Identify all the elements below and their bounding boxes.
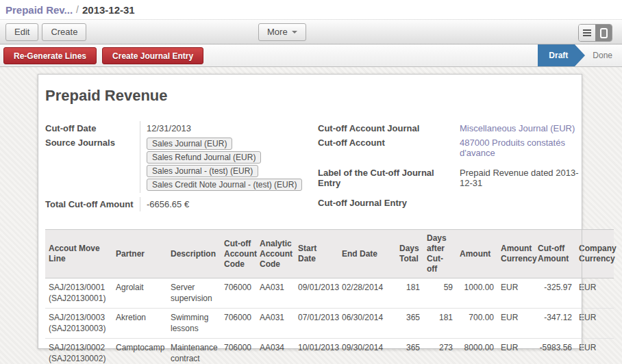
table-cell: 09/30/2014 — [338, 339, 396, 364]
cutoff-lines-table: Accout Move Line Partner Description Cut… — [45, 229, 614, 364]
more-dropdown-button[interactable]: More — [258, 23, 306, 41]
table-cell: SAJ/2013/0003 (SAJ20130003) — [45, 309, 112, 339]
col-days-total[interactable]: Days Total — [396, 230, 423, 278]
table-cell: 273 — [423, 339, 456, 364]
journal-entry-label: Cut-off Journal Entry — [318, 196, 453, 210]
page-title: Prepaid Revenue — [38, 75, 582, 105]
state-draft: Draft — [538, 44, 575, 66]
regenerate-lines-button[interactable]: Re-Generate Lines — [3, 47, 97, 64]
table-cell: 10/01/2013 — [295, 339, 338, 364]
table-cell: AA031 — [256, 309, 295, 339]
form-sheet: Prepaid Revenue Cut-off Date 12/31/2013 … — [38, 74, 582, 349]
cutoff-date-value: 12/31/2013 — [140, 121, 318, 135]
breadcrumb-parent-link[interactable]: Prepaid Rev... — [5, 4, 73, 16]
col-account-move-line[interactable]: Accout Move Line — [45, 230, 112, 278]
action-bar: Re-Generate Lines Create Journal Entry D… — [0, 44, 622, 67]
more-label: More — [267, 27, 288, 37]
journal-tag[interactable]: Sales Credit Note Journal - (test) (EUR) — [147, 179, 302, 191]
statusbar: Draft Done — [538, 44, 622, 66]
col-analytic-account-code[interactable]: Analytic Account Code — [256, 230, 295, 278]
cutoff-journal-link[interactable]: Miscellaneous Journal (EUR) — [453, 121, 580, 135]
col-cutoff-amount[interactable]: Cut-off Amount — [534, 230, 575, 278]
field-journal-entry: Cut-off Journal Entry — [318, 196, 580, 210]
table-cell: 8000.00 — [456, 339, 497, 364]
page-background: Prepaid Revenue Cut-off Date 12/31/2013 … — [0, 67, 622, 364]
list-view-button[interactable] — [579, 25, 595, 41]
table-cell: -5983.56 — [534, 339, 575, 364]
table-row[interactable]: SAJ/2013/0002 (SAJ20130002)CamptocampMai… — [45, 339, 614, 364]
entry-label-label: Label of the Cut-off Journal Entry — [318, 166, 453, 190]
table-cell: Maintenance contract — [167, 339, 221, 364]
field-source-journals: Source Journals Sales Journal (EUR)Sales… — [45, 135, 318, 193]
table-cell: 09/01/2013 — [295, 278, 338, 309]
journal-tag[interactable]: Sales Journal (EUR) — [147, 138, 232, 150]
col-start-date[interactable]: Start Date — [295, 230, 338, 278]
table-cell: Camptocamp — [112, 339, 167, 364]
col-amount[interactable]: Amount — [456, 230, 497, 278]
toolbar: Edit Create More — [0, 19, 622, 44]
field-cutoff-date: Cut-off Date 12/31/2013 — [45, 121, 318, 135]
total-cutoff-label: Total Cut-off Amount — [45, 197, 140, 211]
field-group-right: Cut-off Account Journal Miscellaneous Jo… — [318, 121, 580, 211]
cutoff-account-label: Cut-off Account — [318, 135, 453, 160]
create-button[interactable]: Create — [42, 23, 86, 41]
total-cutoff-value: -6656.65 € — [140, 197, 318, 211]
table-cell: 06/30/2014 — [338, 309, 396, 339]
list-icon — [583, 29, 591, 36]
cutoff-account-link[interactable]: 487000 Produits constatés d'avance — [453, 135, 580, 160]
source-journals-label: Source Journals — [45, 135, 140, 193]
journal-entry-value — [453, 196, 580, 210]
form-view-button[interactable] — [595, 25, 612, 41]
breadcrumb-separator: / — [76, 4, 79, 15]
table-cell: 181 — [423, 309, 456, 339]
cutoff-journal-label: Cut-off Account Journal — [318, 121, 453, 135]
field-total-cutoff: Total Cut-off Amount -6656.65 € — [45, 197, 318, 211]
table-cell: EUR — [497, 309, 534, 339]
field-cutoff-account: Cut-off Account 487000 Produits constaté… — [318, 135, 580, 160]
table-cell: Server supervision — [167, 278, 221, 309]
table-cell: AA031 — [256, 278, 295, 309]
table-cell: 1000.00 — [456, 278, 497, 309]
view-switcher — [578, 24, 612, 42]
table-cell: 59 — [423, 278, 456, 309]
col-end-date[interactable]: End Date — [338, 230, 396, 278]
edit-button[interactable]: Edit — [5, 23, 38, 41]
table-cell: 365 — [396, 339, 423, 364]
cutoff-date-label: Cut-off Date — [45, 121, 140, 135]
col-amount-currency[interactable]: Amount Currency — [497, 230, 534, 278]
table-cell: EUR — [497, 339, 534, 364]
field-entry-label: Label of the Cut-off Journal Entry Prepa… — [318, 166, 580, 190]
table-cell: Agrolait — [112, 278, 167, 309]
table-cell: 181 — [396, 278, 423, 309]
table-cell: Swimming lessons — [167, 309, 221, 339]
table-cell: SAJ/2013/0002 (SAJ20130002) — [45, 339, 112, 364]
table-cell: 706000 — [221, 309, 256, 339]
table-cell: 02/28/2014 — [338, 278, 396, 309]
field-cutoff-journal: Cut-off Account Journal Miscellaneous Jo… — [318, 121, 580, 135]
chevron-down-icon — [292, 31, 297, 34]
table-row[interactable]: SAJ/2013/0001 (SAJ20130001)AgrolaitServe… — [45, 278, 614, 309]
table-cell: 07/01/2013 — [295, 309, 338, 339]
table-cell: -325.97 — [534, 278, 575, 309]
table-row[interactable]: SAJ/2013/0003 (SAJ20130003)AkretionSwimm… — [45, 309, 614, 339]
journal-tag[interactable]: Sales Journal - (test) (EUR) — [147, 165, 258, 177]
field-groups: Cut-off Date 12/31/2013 Source Journals … — [38, 105, 582, 211]
col-partner[interactable]: Partner — [112, 230, 167, 278]
cutoff-lines-body: SAJ/2013/0001 (SAJ20130001)AgrolaitServe… — [45, 278, 614, 364]
table-cell: SAJ/2013/0001 (SAJ20130001) — [45, 278, 112, 309]
col-description[interactable]: Description — [167, 230, 221, 278]
sheet-right-border — [582, 74, 582, 350]
table-cell: -347.12 — [534, 309, 575, 339]
create-journal-entry-button[interactable]: Create Journal Entry — [102, 47, 203, 64]
col-days-after-cutoff[interactable]: Days after Cut-off — [423, 230, 456, 278]
table-cell: 706000 — [221, 339, 256, 364]
breadcrumb-current: 2013-12-31 — [82, 4, 135, 16]
col-cutoff-account-code[interactable]: Cut-off Account Code — [221, 230, 256, 278]
table-cell: EUR — [497, 278, 534, 309]
table-cell: 706000 — [221, 278, 256, 309]
entry-label-value: Prepaid Revenue dated 2013-12-31 — [453, 166, 580, 190]
table-header-row: Accout Move Line Partner Description Cut… — [45, 230, 614, 278]
table-cell: 700.00 — [456, 309, 497, 339]
journal-tag[interactable]: Sales Refund Journal (EUR) — [147, 151, 261, 164]
breadcrumb: Prepaid Rev... / 2013-12-31 — [0, 0, 622, 19]
